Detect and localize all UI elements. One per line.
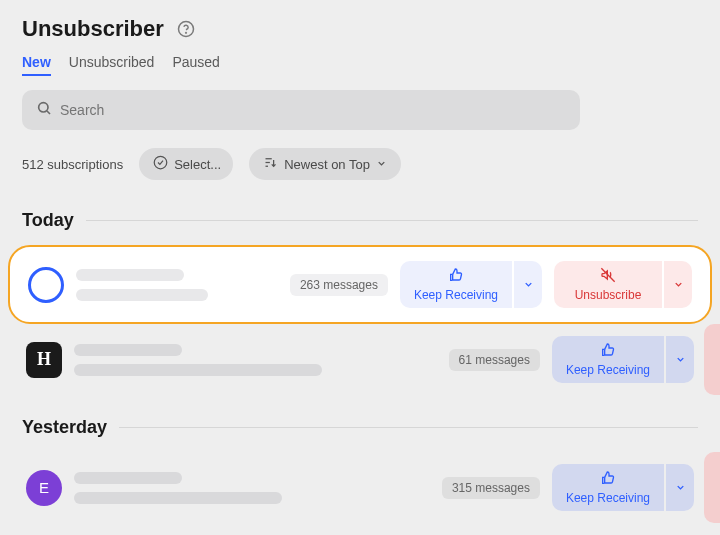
divider bbox=[86, 220, 698, 221]
item-text-skeleton bbox=[74, 472, 430, 504]
unsubscribe-button-partial[interactable] bbox=[704, 324, 720, 395]
sort-icon bbox=[263, 155, 278, 173]
sort-button[interactable]: Newest on Top bbox=[249, 148, 401, 180]
item-text-skeleton bbox=[74, 344, 437, 376]
subscription-count: 512 subscriptions bbox=[22, 157, 123, 172]
svg-point-1 bbox=[185, 32, 186, 33]
avatar-circle: E bbox=[26, 470, 62, 506]
header: Unsubscriber bbox=[22, 16, 698, 42]
divider bbox=[119, 427, 698, 428]
controls-row: 512 subscriptions Select... Newest on To… bbox=[22, 148, 698, 180]
unsubscribe-group: Unsubscribe bbox=[554, 261, 692, 308]
unsubscribe-button[interactable]: Unsubscribe bbox=[554, 261, 662, 308]
keep-receiving-label: Keep Receiving bbox=[414, 288, 498, 302]
message-count: 263 messages bbox=[290, 274, 388, 296]
tab-paused[interactable]: Paused bbox=[172, 54, 219, 76]
thumbs-up-icon bbox=[600, 470, 616, 489]
avatar-square: H bbox=[26, 342, 62, 378]
tab-new[interactable]: New bbox=[22, 54, 51, 76]
item-text-skeleton bbox=[76, 269, 278, 301]
list-item-highlighted[interactable]: 263 messages Keep Receiving Unsubscribe bbox=[8, 245, 712, 324]
keep-receiving-group: Keep Receiving bbox=[552, 464, 694, 511]
avatar-ring bbox=[28, 267, 64, 303]
section-title-today: Today bbox=[22, 210, 74, 231]
keep-receiving-label: Keep Receiving bbox=[566, 363, 650, 377]
search-input[interactable] bbox=[60, 102, 566, 118]
help-icon[interactable] bbox=[176, 19, 196, 39]
keep-receiving-dropdown[interactable] bbox=[666, 464, 694, 511]
keep-receiving-group: Keep Receiving bbox=[552, 336, 694, 383]
section-yesterday: Yesterday bbox=[22, 417, 698, 438]
keep-receiving-dropdown[interactable] bbox=[514, 261, 542, 308]
keep-receiving-label: Keep Receiving bbox=[566, 491, 650, 505]
chevron-down-icon bbox=[376, 157, 387, 172]
tab-unsubscribed[interactable]: Unsubscribed bbox=[69, 54, 155, 76]
search-bar[interactable] bbox=[22, 90, 580, 130]
svg-point-2 bbox=[39, 103, 48, 112]
tabs-row: New Unsubscribed Paused bbox=[22, 54, 698, 76]
sort-label: Newest on Top bbox=[284, 157, 370, 172]
list-item[interactable]: H 61 messages Keep Receiving bbox=[22, 324, 698, 395]
svg-line-3 bbox=[47, 111, 50, 114]
svg-point-4 bbox=[154, 156, 167, 169]
page-title: Unsubscriber bbox=[22, 16, 164, 42]
search-icon bbox=[36, 100, 52, 120]
keep-receiving-button[interactable]: Keep Receiving bbox=[552, 464, 664, 511]
keep-receiving-group: Keep Receiving bbox=[400, 261, 542, 308]
message-count: 61 messages bbox=[449, 349, 540, 371]
select-button[interactable]: Select... bbox=[139, 148, 233, 180]
keep-receiving-button[interactable]: Keep Receiving bbox=[400, 261, 512, 308]
keep-receiving-dropdown[interactable] bbox=[666, 336, 694, 383]
section-today: Today bbox=[22, 210, 698, 231]
unsubscribe-label: Unsubscribe bbox=[575, 288, 642, 302]
megaphone-off-icon bbox=[600, 267, 616, 286]
message-count: 315 messages bbox=[442, 477, 540, 499]
check-circle-icon bbox=[153, 155, 168, 173]
select-label: Select... bbox=[174, 157, 221, 172]
section-title-yesterday: Yesterday bbox=[22, 417, 107, 438]
thumbs-up-icon bbox=[600, 342, 616, 361]
unsubscribe-dropdown[interactable] bbox=[664, 261, 692, 308]
unsubscribe-button-partial[interactable] bbox=[704, 452, 720, 523]
thumbs-up-icon bbox=[448, 267, 464, 286]
keep-receiving-button[interactable]: Keep Receiving bbox=[552, 336, 664, 383]
list-item[interactable]: E 315 messages Keep Receiving bbox=[22, 452, 698, 523]
